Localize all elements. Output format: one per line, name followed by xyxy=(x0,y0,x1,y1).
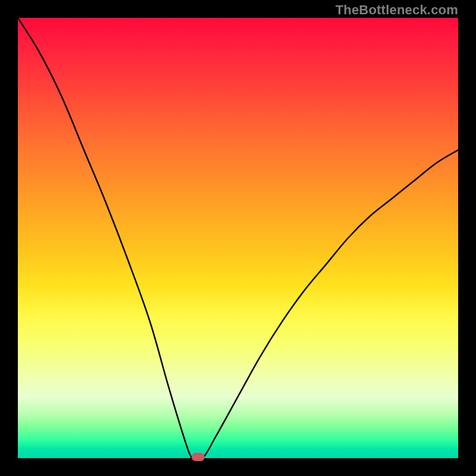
plot-area xyxy=(18,18,458,458)
chart-frame: TheBottleneck.com xyxy=(0,0,476,476)
bottleneck-curve xyxy=(18,18,458,458)
optimal-point-marker xyxy=(192,453,205,461)
watermark-text: TheBottleneck.com xyxy=(336,2,458,18)
